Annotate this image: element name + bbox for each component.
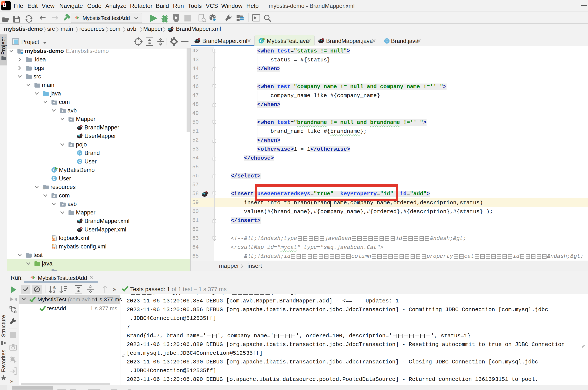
svg-text:a: a [53, 285, 56, 290]
svg-text:»: » [10, 378, 13, 384]
svg-text:9: 9 [14, 297, 17, 302]
svg-text:»: » [113, 286, 116, 292]
svg-text:C: C [260, 39, 263, 43]
svg-text:z: z [53, 289, 55, 294]
